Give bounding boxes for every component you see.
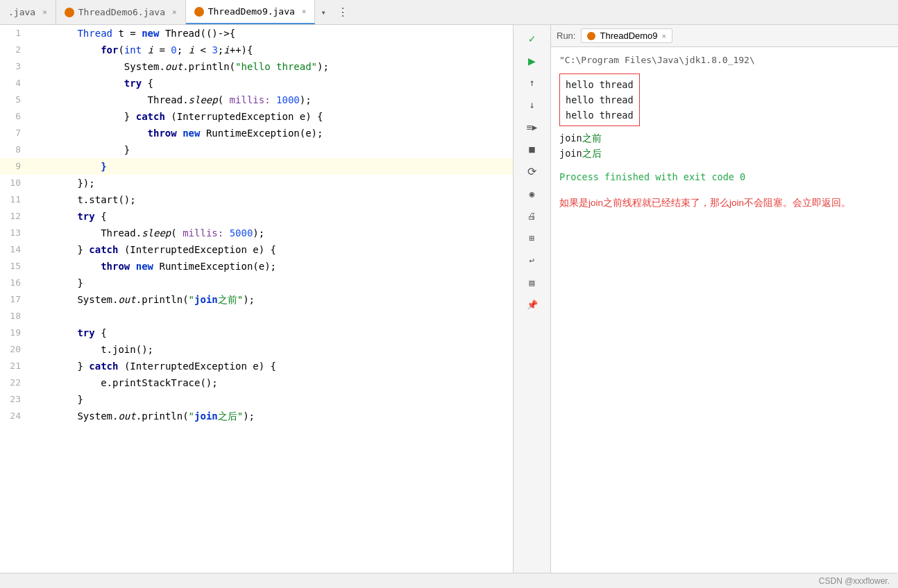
path-text: "C:\Program Files\Java\jdk1.8.0_192\ xyxy=(559,55,755,65)
edit-button[interactable]: ⊞ xyxy=(522,227,543,248)
hello-line-2: hello thread xyxy=(566,92,634,107)
print-button[interactable]: 🖨 xyxy=(522,205,543,226)
tab-bar: .java × ThreadDemo6.java × ThreadDemo9.j… xyxy=(0,0,898,25)
code-line-14: 14 } catch (InterruptedException e) { xyxy=(0,241,513,258)
rerun-button[interactable]: ⟳ xyxy=(522,161,543,182)
output-path: "C:\Program Files\Java\jdk1.8.0_192\ xyxy=(559,53,890,68)
code-line-9: 9 } xyxy=(0,158,513,175)
output-header: Run: ThreadDemo9 × xyxy=(551,25,898,47)
code-line-6: 6 } catch (InterruptedException e) { xyxy=(0,108,513,125)
code-line-4: 4 try { xyxy=(0,75,513,92)
code-line-1: 1 Thread t = new Thread(()->{ xyxy=(0,25,513,42)
snapshot-button[interactable]: ◉ xyxy=(522,183,543,204)
code-line-19: 19 try { xyxy=(0,325,513,341)
process-finished-text: Process finished with exit code 0 xyxy=(559,171,745,182)
pin-button[interactable]: 📌 xyxy=(522,294,543,315)
code-line-8: 8 } xyxy=(0,141,513,158)
code-line-21: 21 } catch (InterruptedException e) { xyxy=(0,358,513,374)
code-line-22: 22 e.printStackTrace(); xyxy=(0,374,513,391)
run-tab[interactable]: ThreadDemo9 × xyxy=(581,28,672,43)
code-line-3: 3 System.out.println("hello thread"); xyxy=(0,58,513,75)
tab-threaddemo9-icon xyxy=(194,7,204,17)
code-line-10: 10 }); xyxy=(0,175,513,191)
tab-java[interactable]: .java × xyxy=(0,0,56,24)
tab-threaddemo6-close[interactable]: × xyxy=(172,8,177,17)
code-content: 1 Thread t = new Thread(()->{ 2 for(int … xyxy=(0,25,513,424)
tab-threaddemo9-close[interactable]: × xyxy=(302,7,307,16)
tab-threaddemo9-label: ThreadDemo9.java xyxy=(208,6,295,17)
stop-button[interactable]: ■ xyxy=(522,139,543,159)
run-button[interactable]: ▶ xyxy=(522,50,543,71)
run-tab-label: ThreadDemo9 xyxy=(600,31,657,41)
tab-menu-button[interactable]: ⋮ xyxy=(332,6,354,19)
code-line-12: 12 try { xyxy=(0,208,513,225)
code-line-15: 15 throw new RuntimeException(e); xyxy=(0,258,513,275)
process-finished-line: Process finished with exit code 0 xyxy=(559,169,890,184)
code-line-11: 11 t.start(); xyxy=(0,191,513,208)
join-after-text: join之后 xyxy=(559,148,602,159)
run-tab-icon xyxy=(587,32,595,40)
output-area: Run: ThreadDemo9 × "C:\Program Files\Jav… xyxy=(551,25,898,573)
tab-java-close[interactable]: × xyxy=(42,8,47,17)
code-line-17: 17 System.out.println("join之前"); xyxy=(0,291,513,308)
tab-java-label: .java xyxy=(8,7,35,17)
check-button[interactable]: ✓ xyxy=(522,28,543,49)
tab-threaddemo9[interactable]: ThreadDemo9.java × xyxy=(186,0,316,24)
hello-line-1: hello thread xyxy=(566,77,634,92)
code-line-23: 23 } xyxy=(0,391,513,408)
hello-thread-box: hello thread hello thread hello thread xyxy=(559,74,640,126)
code-line-18: 18 xyxy=(0,308,513,325)
run-tab-close[interactable]: × xyxy=(662,32,666,40)
build-button[interactable]: ≡▶ xyxy=(522,116,543,137)
note-content: 如果是join之前线程就已经结束了，那么join不会阻塞。会立即返回。 xyxy=(559,198,851,208)
code-editor[interactable]: 1 Thread t = new Thread(()->{ 2 for(int … xyxy=(0,25,514,573)
tab-threaddemo6-icon xyxy=(65,8,74,17)
code-line-16: 16 } xyxy=(0,275,513,291)
code-line-2: 2 for(int i = 0; i < 3;i++){ xyxy=(0,42,513,58)
tab-more-button[interactable]: ▾ xyxy=(315,8,331,17)
main-area: 1 Thread t = new Thread(()->{ 2 for(int … xyxy=(0,25,898,573)
run-label: Run: xyxy=(557,31,575,41)
join-after-line: join之后 xyxy=(559,146,890,161)
tab-threaddemo6[interactable]: ThreadDemo6.java × xyxy=(56,0,186,24)
output-content[interactable]: "C:\Program Files\Java\jdk1.8.0_192\ hel… xyxy=(551,47,898,573)
code-line-24: 24 System.out.println("join之后"); xyxy=(0,408,513,424)
code-line-7: 7 throw new RuntimeException(e); xyxy=(0,125,513,141)
run-controls-toolbar: ✓ ▶ ↑ ↓ ≡▶ ■ ⟳ ◉ 🖨 ⊞ ↩ ▤ 📌 xyxy=(514,25,551,573)
code-line-20: 20 t.join(); xyxy=(0,341,513,358)
code-line-13: 13 Thread.sleep( millis: 5000); xyxy=(0,225,513,241)
bottom-bar: CSDN @xxxflower. xyxy=(0,573,898,588)
join-before-line: join之前 xyxy=(559,130,890,146)
code-line-5: 5 Thread.sleep( millis: 1000); xyxy=(0,92,513,108)
restore-button[interactable]: ↩ xyxy=(522,250,543,270)
join-before-text: join之前 xyxy=(559,132,602,144)
scroll-down-button[interactable]: ↓ xyxy=(522,94,543,115)
layout-button[interactable]: ▤ xyxy=(522,272,543,293)
credit-text: CSDN @xxxflower. xyxy=(819,576,890,586)
hello-line-3: hello thread xyxy=(566,107,634,123)
note-text: 如果是join之前线程就已经结束了，那么join不会阻塞。会立即返回。 xyxy=(559,196,890,211)
tab-threaddemo6-label: ThreadDemo6.java xyxy=(78,7,165,17)
scroll-up-button[interactable]: ↑ xyxy=(522,72,543,93)
right-panel: ✓ ▶ ↑ ↓ ≡▶ ■ ⟳ ◉ 🖨 ⊞ ↩ ▤ 📌 Run: ThreadDe… xyxy=(514,25,898,573)
